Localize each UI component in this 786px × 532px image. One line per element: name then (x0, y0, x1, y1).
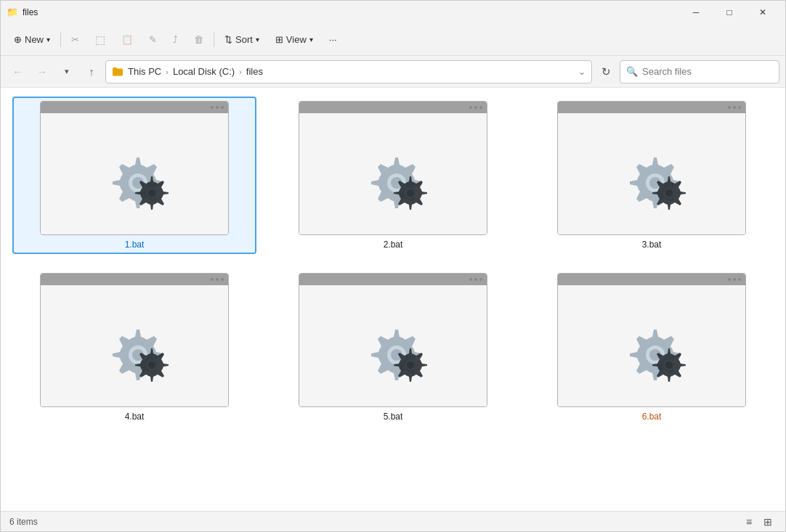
file-label: 2.bat (384, 240, 403, 250)
breadcrumb-files: files (246, 66, 263, 77)
folder-icon (112, 66, 123, 78)
search-input[interactable] (642, 66, 773, 77)
window-title: files (23, 7, 38, 17)
toolbar-separator-2 (214, 33, 214, 47)
svg-point-3 (148, 189, 155, 197)
item-count: 6 items (9, 517, 38, 527)
new-chevron-icon: ▾ (46, 36, 50, 44)
more-icon: ··· (329, 34, 337, 45)
list-view-icon: ≡ (746, 516, 752, 528)
svg-point-19 (407, 361, 414, 369)
file-item[interactable]: 1.bat (12, 97, 256, 254)
file-area: 1.bat 2.bat (1, 88, 785, 511)
address-box[interactable]: This PC › Local Disk (C:) › files ⌄ (105, 60, 592, 83)
copy-button[interactable]: ⬚ (88, 28, 113, 52)
svg-point-23 (665, 361, 673, 369)
toolbar: ⊕ New ▾ ✂ ⬚ 📋 ✎ ⤴ 🗑 ⇅ Sort ▾ ⊞ View ▾ ··… (1, 24, 785, 56)
cut-icon: ✂ (71, 34, 79, 45)
view-chevron-icon: ▾ (309, 36, 313, 44)
view-label: View (286, 34, 307, 45)
paste-button[interactable]: 📋 (114, 28, 140, 52)
title-bar: 📁 files ─ □ ✕ (1, 1, 785, 24)
file-item[interactable]: 4.bat (12, 269, 256, 426)
forward-button[interactable]: → (31, 61, 53, 83)
delete-icon: 🗑 (194, 34, 203, 45)
grid-view-button[interactable]: ⊞ (759, 513, 777, 531)
address-bar: ← → ▾ ↑ This PC › Local Disk (C:) › file… (1, 56, 785, 88)
breadcrumb-files-label: files (246, 66, 263, 77)
up-icon: ↑ (89, 66, 94, 78)
rename-icon: ✎ (149, 34, 157, 45)
breadcrumb-sep-2: › (239, 67, 242, 76)
status-bar: 6 items ≡ ⊞ (1, 511, 785, 531)
view-button[interactable]: ⊞ View ▾ (268, 28, 320, 52)
maximize-button[interactable]: □ (713, 1, 746, 24)
share-button[interactable]: ⤴ (166, 28, 185, 52)
back-icon: ← (12, 66, 23, 78)
new-plus-icon: ⊕ (14, 34, 22, 45)
refresh-button[interactable]: ↻ (595, 61, 617, 83)
rename-button[interactable]: ✎ (142, 28, 164, 52)
back-button[interactable]: ← (7, 61, 28, 83)
view-toggle: ≡ ⊞ (740, 513, 777, 531)
svg-point-15 (148, 361, 155, 369)
app-icon: 📁 (7, 7, 18, 18)
sort-button[interactable]: ⇅ Sort ▾ (217, 28, 267, 52)
file-grid: 1.bat 2.bat (12, 97, 774, 426)
copy-icon: ⬚ (95, 33, 105, 46)
share-icon: ⤴ (173, 34, 178, 45)
file-item[interactable]: 5.bat (271, 269, 515, 426)
breadcrumb-sep-1: › (166, 67, 169, 76)
address-chevron-icon: ⌄ (578, 67, 586, 77)
minimize-button[interactable]: ─ (679, 1, 713, 24)
breadcrumb-thispc-label: This PC (128, 66, 161, 77)
breadcrumb-localdisk: Local Disk (C:) (173, 66, 235, 77)
sort-chevron-icon: ▾ (256, 36, 259, 44)
search-icon: 🔍 (626, 66, 638, 77)
sort-icon: ⇅ (224, 34, 232, 45)
file-label: 3.bat (642, 240, 662, 250)
recent-icon: ▾ (65, 67, 69, 76)
breadcrumb-thispc: This PC (128, 66, 161, 77)
search-box[interactable]: 🔍 (620, 60, 779, 83)
new-label: New (25, 34, 44, 45)
new-button[interactable]: ⊕ New ▾ (7, 28, 57, 52)
view-icon: ⊞ (275, 34, 283, 45)
refresh-icon: ↻ (601, 65, 611, 78)
close-button[interactable]: ✕ (746, 1, 779, 24)
forward-icon: → (37, 66, 47, 78)
delete-button[interactable]: 🗑 (187, 28, 211, 52)
grid-view-icon: ⊞ (763, 516, 772, 528)
cut-button[interactable]: ✂ (64, 28, 86, 52)
file-item[interactable]: 6.bat (530, 269, 774, 426)
toolbar-separator-1 (60, 33, 61, 47)
file-label: 6.bat (642, 412, 662, 422)
up-button[interactable]: ↑ (81, 61, 102, 83)
file-label: 5.bat (384, 412, 403, 422)
file-label: 4.bat (125, 412, 145, 422)
list-view-button[interactable]: ≡ (740, 513, 758, 531)
svg-point-7 (407, 189, 414, 197)
file-item[interactable]: 3.bat (530, 97, 774, 254)
paste-icon: 📋 (121, 34, 133, 45)
more-button[interactable]: ··· (322, 28, 344, 52)
svg-point-11 (665, 189, 673, 197)
window-controls: ─ □ ✕ (679, 1, 779, 24)
sort-label: Sort (235, 34, 253, 45)
file-label: 1.bat (125, 240, 145, 250)
breadcrumb-localdisk-label: Local Disk (C:) (173, 66, 235, 77)
recent-locations-button[interactable]: ▾ (56, 61, 78, 83)
file-item[interactable]: 2.bat (271, 97, 515, 254)
